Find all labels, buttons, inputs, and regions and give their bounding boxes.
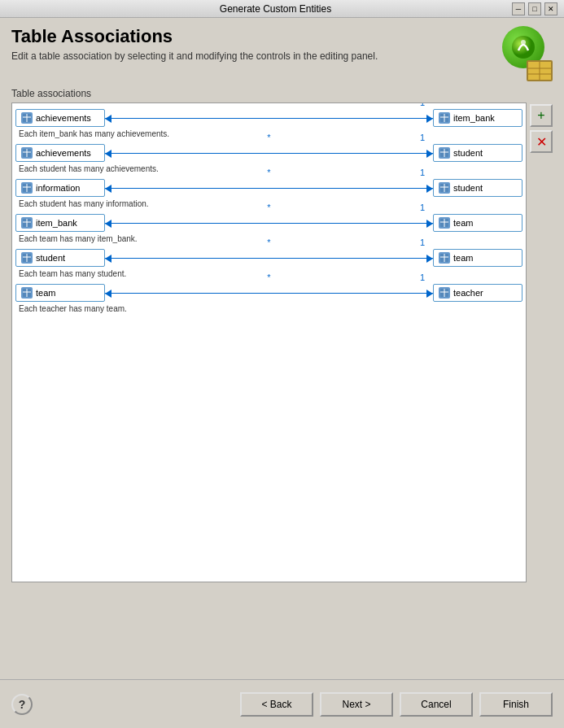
connector-line: [105, 293, 433, 294]
table-row[interactable]: student * 1 team: [15, 246, 522, 269]
multiplicity-one: 1: [420, 102, 425, 107]
connector-line: [105, 118, 433, 119]
from-entity-label: student: [36, 253, 65, 263]
svg-point-0: [512, 36, 535, 59]
from-entity-box[interactable]: information: [15, 179, 105, 197]
section-label: Table associations: [11, 88, 553, 99]
multiplicity-one: 1: [420, 272, 425, 282]
title-bar: Generate Custom Entities ─ □ ✕: [0, 0, 564, 18]
from-entity-box[interactable]: student: [15, 249, 105, 267]
from-entity-label: information: [36, 183, 80, 193]
multiplicity-one: 1: [420, 203, 425, 212]
connector-area: * 1: [105, 144, 433, 162]
main-content: Table Associations Edit a table associat…: [0, 18, 564, 679]
associations-container: achievements * 1 item_bank Each item_ban…: [11, 102, 553, 582]
table-row[interactable]: achievements * 1 student: [15, 142, 522, 164]
entity-icon: [439, 287, 450, 299]
table-row[interactable]: item_bank * 1 team: [15, 211, 522, 234]
connector-line: [105, 258, 433, 259]
remove-association-button[interactable]: ✕: [530, 130, 553, 153]
association-group[interactable]: team * 1 teacher Each teacher has many t…: [15, 281, 522, 315]
entity-icon: [439, 112, 450, 124]
bottom-right: < Back Next > Cancel Finish: [240, 692, 553, 717]
to-entity-label: team: [453, 253, 473, 263]
side-buttons: + ✕: [530, 102, 553, 582]
from-entity-label: achievements: [36, 113, 91, 123]
entity-icon: [439, 252, 450, 264]
bottom-left: ?: [11, 694, 33, 715]
multiplicity-one: 1: [420, 168, 425, 177]
from-entity-label: achievements: [36, 148, 91, 158]
from-entity-box[interactable]: achievements: [15, 144, 105, 162]
header-text: Table Associations Edit a table associat…: [11, 26, 378, 62]
to-entity-box[interactable]: teacher: [433, 284, 522, 302]
from-entity-label: item_bank: [36, 218, 77, 228]
window-title: Generate Custom Entities: [39, 3, 512, 15]
association-description: Each teacher has many team.: [15, 304, 522, 315]
from-entity-box[interactable]: achievements: [15, 109, 105, 127]
minimize-button[interactable]: ─: [512, 2, 525, 15]
to-entity-box[interactable]: student: [433, 144, 522, 162]
help-button[interactable]: ?: [11, 694, 33, 715]
entity-icon: [439, 217, 450, 229]
connector-area: * 1: [105, 284, 433, 302]
multiplicity-star: *: [267, 238, 270, 247]
table-row[interactable]: team * 1 teacher: [15, 281, 522, 304]
to-entity-label: teacher: [453, 288, 483, 298]
entity-icon: [21, 182, 33, 194]
connector-line: [105, 153, 433, 154]
finish-button[interactable]: Finish: [479, 692, 553, 717]
connector-area: * 1: [105, 214, 433, 232]
multiplicity-star: *: [267, 102, 270, 107]
to-entity-box[interactable]: item_bank: [433, 109, 522, 127]
multiplicity-star: *: [267, 133, 270, 142]
bottom-bar: ? < Back Next > Cancel Finish: [0, 679, 564, 728]
entity-icon: [21, 217, 33, 229]
table-row[interactable]: achievements * 1 item_bank: [15, 107, 522, 129]
multiplicity-star: *: [267, 168, 270, 177]
multiplicity-star: *: [267, 272, 270, 282]
connector-line: [105, 223, 433, 224]
connector-area: * 1: [105, 179, 433, 197]
from-entity-box[interactable]: item_bank: [15, 214, 105, 232]
add-association-button[interactable]: +: [530, 104, 553, 127]
to-entity-label: student: [453, 183, 483, 193]
back-button[interactable]: < Back: [240, 692, 313, 717]
multiplicity-star: *: [267, 203, 270, 212]
cancel-button[interactable]: Cancel: [400, 692, 473, 717]
header-area: Table Associations Edit a table associat…: [11, 26, 553, 81]
entity-icon: [21, 252, 33, 264]
entity-icon: [439, 147, 450, 159]
logo-table-icon: [527, 60, 553, 81]
logo-svg: [510, 34, 536, 60]
connector-area: * 1: [105, 109, 433, 127]
from-entity-box[interactable]: team: [15, 284, 105, 302]
logo-area: [497, 26, 553, 81]
associations-panel[interactable]: achievements * 1 item_bank Each item_ban…: [11, 102, 527, 582]
svg-point-1: [521, 40, 526, 45]
multiplicity-one: 1: [420, 133, 425, 142]
entity-icon: [21, 112, 33, 124]
page-title: Table Associations: [11, 26, 378, 47]
multiplicity-one: 1: [420, 238, 425, 247]
to-entity-label: team: [453, 218, 473, 228]
to-entity-box[interactable]: team: [433, 249, 522, 267]
entity-icon: [21, 287, 33, 299]
to-entity-label: item_bank: [453, 113, 495, 123]
close-button[interactable]: ✕: [544, 2, 557, 15]
entity-icon: [21, 147, 33, 159]
to-entity-box[interactable]: student: [433, 179, 522, 197]
entity-icon: [439, 182, 450, 194]
to-entity-label: student: [453, 148, 483, 158]
from-entity-label: team: [36, 288, 55, 298]
page-subtitle: Edit a table association by selecting it…: [11, 50, 378, 62]
maximize-button[interactable]: □: [528, 2, 541, 15]
to-entity-box[interactable]: team: [433, 214, 522, 232]
connector-area: * 1: [105, 249, 433, 267]
window-controls: ─ □ ✕: [512, 2, 557, 15]
connector-line: [105, 188, 433, 189]
table-svg: [528, 62, 551, 80]
next-button[interactable]: Next >: [320, 692, 393, 717]
table-row[interactable]: information * 1 student: [15, 177, 522, 199]
